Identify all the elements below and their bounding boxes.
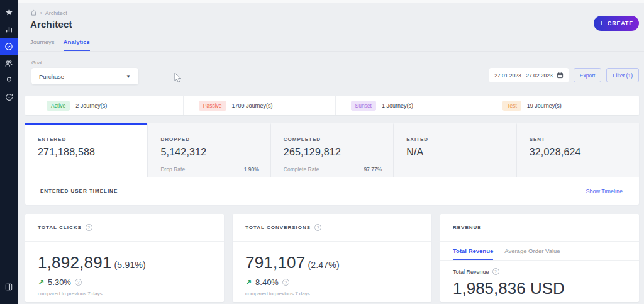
- card-header: REVENUE: [440, 214, 639, 242]
- total-conversions-card: TOTAL CONVERSIONS ? 791,107(2.47%) ↗ 8.4…: [233, 214, 431, 302]
- sidebar-item-journeys[interactable]: [0, 38, 18, 55]
- timeline-label: ENTERED USER TIMELINE: [40, 188, 118, 194]
- metric-tab-exited[interactable]: EXITED N/A: [393, 123, 516, 177]
- journey-status-row: Active 2 Journey(s) Passive 1709 Journey…: [25, 96, 639, 115]
- sidebar-item-apps[interactable]: [0, 278, 18, 295]
- help-icon[interactable]: ?: [86, 224, 92, 231]
- filter-row: Purchase ▼ 27.01.2023 - 27.02.2023 Expor…: [18, 68, 644, 87]
- help-icon[interactable]: ?: [492, 268, 499, 275]
- rate-value: 1.90%: [244, 166, 259, 172]
- trend-value: 5.30%: [48, 278, 71, 287]
- tab-average-order-value[interactable]: Average Order Value: [504, 242, 560, 260]
- value-percentage: (5.91%): [114, 260, 145, 270]
- card-title: TOTAL CONVERSIONS: [245, 225, 311, 230]
- metric-rate-row: Complete Rate 97.77%: [284, 166, 393, 172]
- history-icon: [5, 93, 13, 101]
- sidebar-item-history[interactable]: [0, 89, 18, 106]
- toolbar-right: 27.01.2023 - 27.02.2023 Export Filter (1…: [489, 68, 639, 82]
- sidebar-item-ideas[interactable]: [0, 72, 18, 89]
- metric-tab-dropped[interactable]: DROPPED 5,142,312 Drop Rate 1.90%: [147, 123, 270, 177]
- card-title: REVENUE: [453, 225, 482, 230]
- filter-button[interactable]: Filter (1): [606, 68, 639, 82]
- status-cell-passive[interactable]: Passive 1709 Journey(s): [183, 96, 335, 115]
- value: 1,892,891: [38, 253, 111, 272]
- create-button[interactable]: + CREATE: [594, 16, 639, 31]
- compare-text: compared to previous 7 days: [38, 291, 211, 296]
- revenue-card: REVENUE Total Revenue Average Order Valu…: [440, 214, 639, 302]
- metric-tab-completed[interactable]: COMPLETED 265,129,812 Complete Rate 97.7…: [270, 123, 393, 177]
- help-icon[interactable]: ?: [75, 279, 82, 286]
- metric-label: COMPLETED: [284, 137, 393, 142]
- card-body: 1,892,891(5.91%) ↗ 5.30% ? compared to p…: [25, 242, 224, 296]
- help-icon[interactable]: ?: [314, 224, 321, 231]
- sidebar-item-analytics[interactable]: [0, 21, 18, 38]
- metric-label: DROPPED: [160, 137, 270, 142]
- kpi-cards-row: TOTAL CLICKS ? 1,892,891(5.91%) ↗ 5.30% …: [25, 214, 639, 302]
- revenue-tabs: Total Revenue Average Order Value: [440, 242, 639, 261]
- status-cell-active[interactable]: Active 2 Journey(s): [25, 96, 183, 115]
- rate-label: Complete Rate: [284, 166, 319, 172]
- page-tabs: Journeys Analytics: [30, 38, 644, 51]
- status-cell-sunset[interactable]: Sunset 1 Journey(s): [335, 96, 487, 115]
- timeline-strip: ENTERED USER TIMELINE Show Timeline: [25, 177, 639, 205]
- total-revenue-value: 1,985,836 USD: [453, 279, 626, 298]
- create-button-label: CREATE: [608, 20, 633, 26]
- status-badge: Active: [47, 101, 70, 111]
- value: 791,107: [245, 253, 305, 272]
- status-badge: Passive: [199, 101, 226, 111]
- tab-journeys[interactable]: Journeys: [30, 38, 55, 51]
- total-clicks-card: TOTAL CLICKS ? 1,892,891(5.91%) ↗ 5.30% …: [25, 214, 224, 302]
- status-badge: Sunset: [351, 101, 376, 111]
- trend-up-arrow-icon: ↗: [245, 278, 252, 287]
- trend-row: ↗ 5.30% ?: [38, 278, 211, 287]
- tab-analytics[interactable]: Analytics: [64, 38, 90, 51]
- sidebar: [0, 0, 18, 304]
- status-count: 1 Journey(s): [382, 103, 413, 109]
- chevron-right-icon: ›: [40, 10, 42, 16]
- metric-tabs: ENTERED 271,188,588 DROPPED 5,142,312 Dr…: [25, 123, 639, 177]
- card-header: TOTAL CONVERSIONS ?: [233, 214, 431, 242]
- status-cell-test[interactable]: Test 19 Journey(s): [487, 96, 639, 115]
- export-button[interactable]: Export: [574, 68, 602, 82]
- help-icon[interactable]: ?: [282, 279, 289, 286]
- rate-label: Drop Rate: [160, 166, 185, 172]
- metric-tab-entered[interactable]: ENTERED 271,188,588: [25, 123, 147, 177]
- metric-value: 5,142,312: [160, 147, 270, 158]
- trend-value: 8.40%: [255, 278, 279, 287]
- dotted-leader: [323, 171, 361, 171]
- metric-label: SENT: [530, 137, 639, 142]
- star-icon: [5, 8, 13, 16]
- show-timeline-link[interactable]: Show Timeline: [586, 188, 623, 194]
- main-content: › Architect Architect + CREATE Journeys …: [18, 0, 644, 304]
- total-clicks-value: 1,892,891(5.91%): [38, 253, 211, 273]
- status-badge: Test: [502, 101, 521, 111]
- metric-value: 265,129,812: [284, 147, 393, 158]
- compare-text: compared to previous 7 days: [245, 291, 419, 296]
- total-conversions-value: 791,107(2.47%): [245, 253, 419, 273]
- goal-label: Goal: [31, 60, 644, 65]
- tab-total-revenue[interactable]: Total Revenue: [453, 242, 493, 260]
- calendar-icon: [557, 72, 564, 79]
- label: Total Revenue: [453, 269, 489, 275]
- breadcrumb-item[interactable]: Architect: [45, 10, 67, 16]
- card-body: 791,107(2.47%) ↗ 8.40% ? compared to pre…: [233, 242, 431, 296]
- trend-row: ↗ 8.40% ?: [245, 278, 419, 287]
- goal-select[interactable]: Purchase ▼: [31, 68, 138, 84]
- rate-value: 97.77%: [364, 166, 382, 172]
- metric-label: EXITED: [406, 137, 516, 142]
- header-divider: [18, 51, 644, 52]
- metrics-panel: ENTERED 271,188,588 DROPPED 5,142,312 Dr…: [25, 123, 639, 205]
- status-count: 1709 Journey(s): [232, 103, 273, 109]
- plus-icon: +: [599, 20, 604, 27]
- journeys-icon: [4, 42, 13, 51]
- date-range-picker[interactable]: 27.01.2023 - 27.02.2023: [489, 68, 569, 82]
- home-icon[interactable]: [30, 9, 37, 16]
- metric-value: 32,028,624: [530, 147, 639, 158]
- metric-tab-sent[interactable]: SENT 32,028,624: [516, 123, 639, 177]
- sidebar-item-favorites[interactable]: [0, 4, 18, 21]
- card-header: TOTAL CLICKS ?: [25, 214, 224, 242]
- breadcrumb: › Architect: [30, 9, 644, 16]
- metric-rate-row: Drop Rate 1.90%: [160, 166, 270, 172]
- apps-icon: [4, 283, 13, 291]
- sidebar-item-audience[interactable]: [0, 55, 18, 72]
